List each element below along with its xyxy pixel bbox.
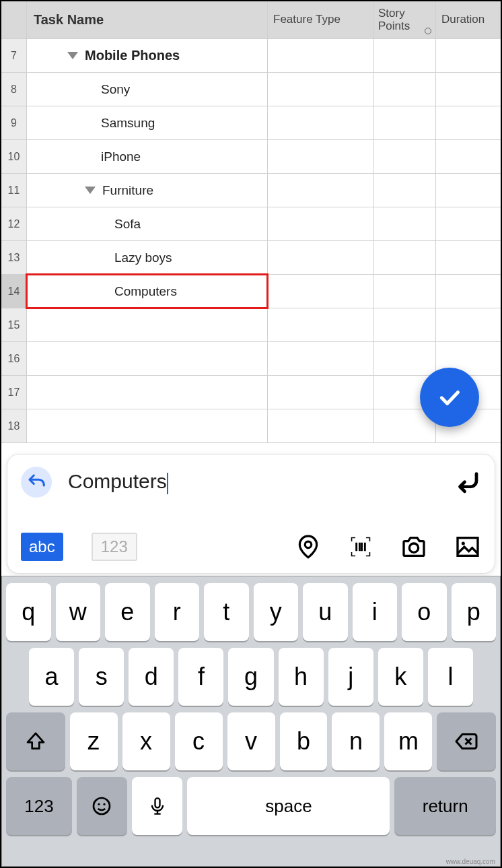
story-cell[interactable] — [374, 140, 436, 173]
key-t[interactable]: t — [204, 583, 249, 641]
table-row[interactable]: 7Mobile Phones — [1, 39, 501, 73]
key-m[interactable]: m — [384, 712, 432, 770]
row-number[interactable]: 18 — [1, 409, 27, 442]
story-cell[interactable] — [374, 308, 436, 341]
feature-cell[interactable] — [268, 241, 374, 274]
task-cell[interactable]: Samsung — [27, 106, 268, 139]
confirm-button[interactable] — [420, 368, 479, 427]
story-cell[interactable] — [374, 106, 436, 139]
barcode-icon[interactable] — [348, 534, 373, 560]
col-header-task[interactable]: Task Name — [27, 1, 268, 38]
row-number[interactable]: 15 — [1, 308, 27, 341]
key-a[interactable]: a — [29, 648, 74, 706]
table-row[interactable]: 9Samsung — [1, 106, 501, 140]
row-number[interactable]: 13 — [1, 241, 27, 274]
numbers-key[interactable]: 123 — [6, 777, 72, 835]
story-cell[interactable] — [374, 174, 436, 207]
duration-cell[interactable] — [436, 106, 501, 139]
task-cell[interactable]: Lazy boys — [27, 241, 268, 274]
table-row[interactable]: 14Computers — [1, 275, 501, 308]
story-cell[interactable] — [374, 342, 436, 375]
dictation-key[interactable] — [132, 777, 182, 835]
task-cell[interactable]: Computers — [27, 275, 268, 308]
feature-cell[interactable] — [268, 207, 374, 240]
table-row[interactable]: 8Sony — [1, 73, 501, 106]
row-number[interactable]: 17 — [1, 376, 27, 409]
row-number[interactable]: 11 — [1, 174, 27, 207]
key-p[interactable]: p — [452, 583, 497, 641]
key-c[interactable]: c — [175, 712, 223, 770]
table-row[interactable]: 11Furniture — [1, 174, 501, 207]
col-header-feature[interactable]: Feature Type — [268, 1, 374, 38]
table-row[interactable]: 16 — [1, 342, 501, 376]
enter-button[interactable] — [453, 467, 481, 498]
duration-cell[interactable] — [436, 275, 501, 308]
task-cell[interactable]: Furniture — [27, 174, 268, 207]
feature-cell[interactable] — [268, 308, 374, 341]
camera-icon[interactable] — [400, 533, 427, 560]
task-cell[interactable] — [27, 342, 268, 375]
table-row[interactable]: 13Lazy boys — [1, 241, 501, 275]
mode-number-button[interactable]: 123 — [92, 533, 137, 561]
story-cell[interactable] — [374, 39, 436, 72]
col-header-duration[interactable]: Duration — [436, 1, 501, 38]
feature-cell[interactable] — [268, 275, 374, 308]
feature-cell[interactable] — [268, 409, 374, 442]
key-q[interactable]: q — [6, 583, 51, 641]
feature-cell[interactable] — [268, 140, 374, 173]
duration-cell[interactable] — [436, 207, 501, 240]
key-g[interactable]: g — [228, 648, 273, 706]
key-z[interactable]: z — [70, 712, 118, 770]
feature-cell[interactable] — [268, 342, 374, 375]
image-icon[interactable] — [454, 533, 481, 560]
key-j[interactable]: j — [328, 648, 373, 706]
key-u[interactable]: u — [303, 583, 348, 641]
task-cell[interactable]: Sofa — [27, 207, 268, 240]
return-key[interactable]: return — [394, 777, 496, 835]
row-number[interactable]: 7 — [1, 39, 27, 72]
key-w[interactable]: w — [56, 583, 101, 641]
duration-cell[interactable] — [436, 308, 501, 341]
key-i[interactable]: i — [353, 583, 398, 641]
key-f[interactable]: f — [178, 648, 223, 706]
task-cell[interactable]: Sony — [27, 73, 268, 106]
key-n[interactable]: n — [332, 712, 380, 770]
duration-cell[interactable] — [436, 174, 501, 207]
table-row[interactable]: 10iPhone — [1, 140, 501, 174]
table-row[interactable]: 15 — [1, 308, 501, 342]
key-h[interactable]: h — [279, 648, 324, 706]
row-number[interactable]: 16 — [1, 342, 27, 375]
row-number[interactable]: 8 — [1, 73, 27, 106]
task-cell[interactable]: iPhone — [27, 140, 268, 173]
feature-cell[interactable] — [268, 106, 374, 139]
key-s[interactable]: s — [79, 648, 124, 706]
duration-cell[interactable] — [436, 39, 501, 72]
key-d[interactable]: d — [129, 648, 174, 706]
story-cell[interactable] — [374, 73, 436, 106]
story-cell[interactable] — [374, 241, 436, 274]
story-cell[interactable] — [374, 275, 436, 308]
row-number[interactable]: 12 — [1, 207, 27, 240]
key-b[interactable]: b — [280, 712, 328, 770]
task-cell[interactable] — [27, 409, 268, 442]
emoji-key[interactable] — [77, 777, 127, 835]
chevron-down-icon[interactable] — [67, 52, 78, 59]
duration-cell[interactable] — [436, 140, 501, 173]
row-number[interactable]: 14 — [1, 275, 27, 308]
backspace-key[interactable] — [437, 712, 496, 770]
cell-text-input[interactable]: Computers — [68, 470, 437, 494]
task-cell[interactable]: Mobile Phones — [27, 39, 268, 72]
row-number[interactable]: 9 — [1, 106, 27, 139]
key-y[interactable]: y — [254, 583, 299, 641]
space-key[interactable]: space — [187, 777, 390, 835]
chevron-down-icon[interactable] — [85, 187, 96, 194]
key-x[interactable]: x — [122, 712, 170, 770]
mode-text-button[interactable]: abc — [21, 533, 63, 561]
key-o[interactable]: o — [402, 583, 447, 641]
col-header-story[interactable]: Story Points — [374, 1, 436, 38]
feature-cell[interactable] — [268, 376, 374, 409]
key-k[interactable]: k — [378, 648, 423, 706]
duration-cell[interactable] — [436, 73, 501, 106]
story-cell[interactable] — [374, 207, 436, 240]
feature-cell[interactable] — [268, 39, 374, 72]
